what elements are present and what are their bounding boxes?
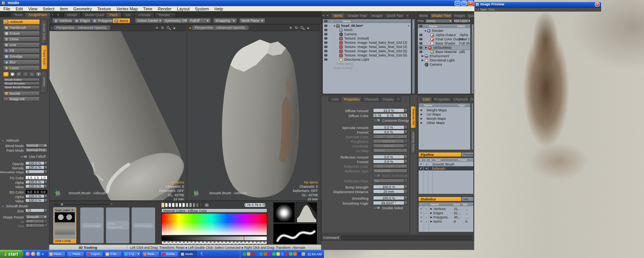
specular-amount-field[interactable]: 0.0 % xyxy=(373,125,404,129)
quicklaunch-icon-2[interactable] xyxy=(31,252,35,256)
menu-texture[interactable]: Texture xyxy=(95,7,114,11)
tray-icon[interactable] xyxy=(264,252,267,256)
brush-tip-soft-button[interactable] xyxy=(3,72,9,77)
tab-lists[interactable]: Lists xyxy=(329,97,342,102)
rotate-icon[interactable]: ↻ xyxy=(294,26,299,30)
menu-help[interactable]: Help xyxy=(212,7,226,11)
swatch[interactable] xyxy=(168,203,171,207)
item-row-new-scene[interactable]: (new scene) xyxy=(323,66,411,70)
tray-icon[interactable] xyxy=(276,252,280,256)
tray-icon[interactable] xyxy=(289,252,292,256)
fg-color-field[interactable]: 1.0 1.0 1.0 xyxy=(25,175,48,180)
quicklaunch-icon-3[interactable] xyxy=(36,252,41,256)
pan-icon[interactable]: + xyxy=(154,26,159,30)
shader-row-default-mat[interactable]: ▶(defaultMat) xyxy=(418,46,470,50)
falloff-dropdown[interactable]: Falloff▾ xyxy=(188,18,211,23)
rotate-icon[interactable]: ↻ xyxy=(160,26,165,30)
zoom-icon[interactable] xyxy=(167,26,169,29)
bg-value-field[interactable]: 100.0 % xyxy=(25,198,44,202)
item-row-scene[interactable]: ▼head_06.lwo* xyxy=(323,24,411,28)
menu-layout[interactable]: Layout xyxy=(174,7,192,11)
shader-row-final-color-output[interactable]: Final Color OutputFinal Color xyxy=(418,37,470,41)
add-layer-button[interactable]: Add Layer▾ xyxy=(453,19,470,23)
tab-scroll-right-icon[interactable]: ◂ xyxy=(327,13,328,17)
titlebar[interactable]: modo — ❐ ✕ xyxy=(0,0,474,6)
filter-dropdown[interactable]: (none)▾ xyxy=(425,19,453,23)
taskbar-clock[interactable]: 11:54 AM xyxy=(307,252,322,256)
swatch[interactable] xyxy=(182,203,185,207)
shader-row-base-shader[interactable]: Base ShaderFull Shading xyxy=(418,41,470,45)
viewport-mode-dropdown[interactable]: Perspective xyxy=(192,25,216,30)
attenuation-steps-field[interactable]: 0 xyxy=(25,170,44,174)
eye-icon[interactable] xyxy=(419,51,422,53)
swatch[interactable] xyxy=(192,203,196,207)
pipeline-header[interactable]: Pipeline xyxy=(418,152,462,157)
smooth-brush-group-header[interactable]: ▼Smooth Brush xyxy=(2,204,28,208)
eye-icon[interactable] xyxy=(324,41,327,44)
menu-view[interactable]: View xyxy=(26,7,40,11)
menu-item[interactable]: Item xyxy=(57,7,71,11)
viewport-renderer-dropdown[interactable]: Advanced OpenGL xyxy=(75,25,110,30)
tray-icon[interactable] xyxy=(260,252,263,256)
add-layout-tab-button-2[interactable]: + xyxy=(173,13,175,17)
stat-row-polygons[interactable]: +−▶Polygons40...... xyxy=(419,215,473,219)
tray-icon[interactable] xyxy=(255,252,259,256)
command-input[interactable] xyxy=(341,236,472,240)
statistics-header[interactable]: Statistics xyxy=(418,197,462,202)
item-row-camera[interactable]: Camera xyxy=(323,32,411,36)
spinner[interactable] xyxy=(404,185,407,189)
airbrush-group-header[interactable]: ▼Airbrush xyxy=(2,139,19,142)
list-row-uv-maps[interactable]: ▶UV Maps xyxy=(419,112,470,116)
fg-value-field[interactable]: 100.0 % xyxy=(25,184,44,188)
channel-knob[interactable] xyxy=(370,202,372,204)
snapping-dropdown[interactable]: Snapping▾ xyxy=(213,18,237,23)
expand-icon[interactable]: ▶ xyxy=(421,113,424,116)
spinner[interactable] xyxy=(404,196,407,200)
polygons-button[interactable]: Polygons xyxy=(91,18,115,23)
quicklaunch-overflow-icon[interactable]: » xyxy=(42,252,44,256)
taskbar-button-filem[interactable]: FileM... xyxy=(67,251,84,257)
tab-sculpt-tools[interactable]: Sculpt Tools xyxy=(41,19,48,44)
eye-icon[interactable] xyxy=(324,33,327,35)
tool-lasso[interactable]: Lasso xyxy=(3,65,40,71)
spinner[interactable] xyxy=(404,159,407,164)
tab-paint[interactable]: Paint xyxy=(106,12,122,17)
size-spinner[interactable] xyxy=(44,208,48,212)
viewport-menu-icon[interactable]: ▸ xyxy=(172,26,177,30)
spinner[interactable] xyxy=(404,189,407,194)
conserve-energy-row[interactable]: Conserve Energy xyxy=(373,118,409,122)
taskbar-extra-icon[interactable]: ☾ xyxy=(200,251,204,256)
list-row-other-maps[interactable]: ▶Other Maps xyxy=(419,121,470,125)
add-panel-tab-button[interactable]: + xyxy=(396,97,401,102)
list-row-weight-maps[interactable]: ▶Weight Maps xyxy=(419,108,470,112)
expand-icon[interactable]: ▶ xyxy=(425,46,428,49)
menu-vertex-map[interactable]: Vertex Map xyxy=(114,7,141,11)
viewport-menu-icon[interactable]: ▸ xyxy=(306,26,311,30)
list-row-morph-maps[interactable]: ▶Morph Maps xyxy=(419,117,470,121)
eye-icon[interactable] xyxy=(419,38,422,40)
tray-icon[interactable] xyxy=(243,252,246,256)
tab-items[interactable]: Items xyxy=(417,13,430,18)
item-row-texture-mixed[interactable]: Texture: (mixed) xyxy=(323,36,411,40)
item-row-texture-4[interactable]: Texture: Image: head_bake_final_02d (4) xyxy=(323,45,411,49)
expand-icon[interactable]: ▶ xyxy=(421,117,424,120)
shader-row-camera[interactable]: Camera xyxy=(418,63,470,66)
smoothing-field[interactable]: 100.0 % xyxy=(373,196,404,200)
close-icon[interactable]: ✕ xyxy=(468,1,473,6)
collapse-minus-icon[interactable]: − xyxy=(425,211,427,215)
eye-icon[interactable] xyxy=(324,58,327,61)
channel-knob[interactable] xyxy=(370,197,372,199)
new-image-pill[interactable]: (new image) xyxy=(133,223,154,228)
bump-strength-field[interactable]: 100.0 % xyxy=(373,185,404,189)
close-icon[interactable]: ✕ xyxy=(595,2,600,7)
vertices-button[interactable]: Vertices xyxy=(52,18,74,23)
visible-dot-icon[interactable]: • xyxy=(426,162,427,166)
swatch[interactable] xyxy=(199,203,202,207)
item-row-new-item[interactable]: (new item) xyxy=(323,62,411,66)
swatch[interactable] xyxy=(186,203,189,207)
sample-color-button[interactable]: S xyxy=(204,203,209,207)
eye-icon[interactable] xyxy=(324,54,327,56)
swatch[interactable] xyxy=(179,203,182,207)
viewport-left[interactable]: Perspective Advanced OpenGL + ↻ ▸ xyxy=(49,24,187,201)
eye-icon[interactable] xyxy=(419,46,422,49)
